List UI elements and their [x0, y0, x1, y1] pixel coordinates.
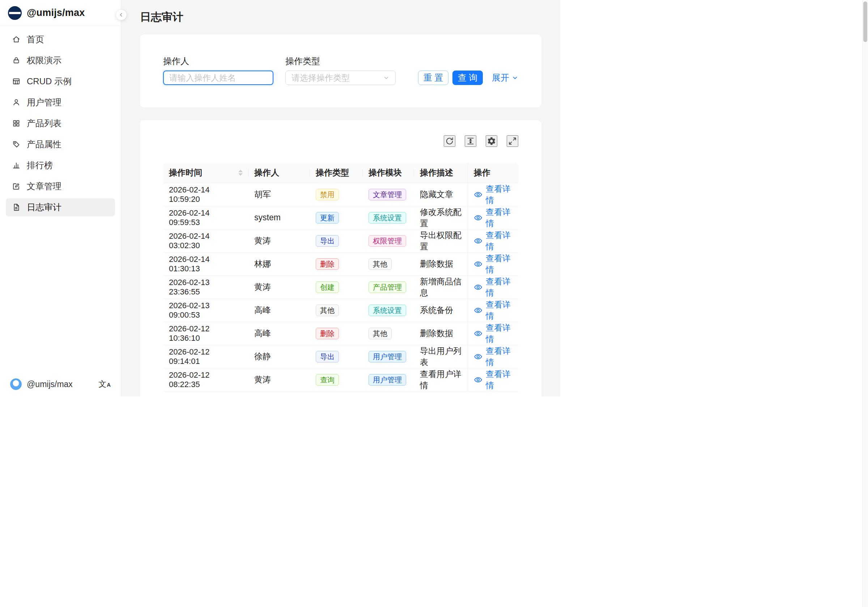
operator-input[interactable]: [163, 71, 273, 85]
sidebar-collapse-button[interactable]: [116, 9, 127, 20]
cell-desc: 查看用户详情: [414, 368, 468, 391]
eye-icon: [474, 306, 482, 315]
page-scrollbar[interactable]: [862, 0, 868, 607]
table-row: 2026-02-13 09:00:53高峰其他系统设置系统备份查看详情: [163, 299, 518, 322]
search-button[interactable]: 查 询: [453, 71, 483, 85]
reload-icon: [445, 137, 454, 146]
cell-desc: 删除数据: [414, 322, 468, 345]
view-detail-label: 查看详情: [486, 345, 513, 368]
cell-time: 2026-02-13 23:36:55: [163, 276, 248, 299]
sidebar-item-articles[interactable]: 文章管理: [6, 177, 115, 196]
sidebar-item-ranking[interactable]: 排行榜: [6, 156, 115, 174]
cell-time: 2026-02-12 08:22:35: [163, 368, 248, 391]
cell-module: 其他: [363, 253, 414, 276]
logo-row[interactable]: @umijs/max: [0, 0, 121, 26]
eye-icon: [474, 213, 482, 222]
view-detail-link[interactable]: 查看详情: [474, 299, 513, 321]
view-detail-link[interactable]: 查看详情: [474, 369, 513, 391]
cell-time: 2026-02-14 01:30:13: [163, 253, 248, 276]
sidebar-item-users[interactable]: 用户管理: [6, 93, 115, 112]
expand-toggle[interactable]: 展开: [492, 72, 518, 84]
type-field-label: 操作类型: [285, 55, 396, 67]
module-tag: 其他: [369, 328, 392, 339]
cell-time: 2026-02-13 09:00:53: [163, 299, 248, 322]
sidebar-item-products[interactable]: 产品列表: [6, 114, 115, 132]
view-detail-link[interactable]: 查看详情: [474, 322, 513, 345]
page-title: 日志审计: [140, 10, 560, 24]
cell-action: 查看详情: [468, 183, 518, 206]
view-detail-link[interactable]: 查看详情: [474, 345, 513, 368]
view-detail-label: 查看详情: [486, 369, 513, 391]
audit-log-table: 操作时间 操作人 操作类型 操作模块 操作描述 操作 2026-02-14 10…: [163, 163, 518, 391]
chevron-down-icon: [512, 75, 518, 81]
sidebar-menu: 首页权限演示CRUD 示例用户管理产品列表产品属性排行榜文章管理日志审计: [0, 26, 121, 216]
edit-icon: [12, 182, 21, 191]
operation-type-tag: 删除: [316, 328, 339, 339]
operation-type-tag: 导出: [316, 351, 339, 362]
sidebar-item-label: 日志审计: [27, 202, 62, 213]
bar-chart-icon: [12, 161, 21, 170]
column-header-time[interactable]: 操作时间: [163, 163, 248, 183]
view-detail-label: 查看详情: [486, 276, 513, 298]
sidebar-item-logs[interactable]: 日志审计: [6, 198, 115, 216]
eye-icon: [474, 237, 482, 245]
table-row: 2026-02-14 10:59:20胡军禁用文章管理隐藏文章查看详情: [163, 183, 518, 206]
cell-desc: 系统备份: [414, 299, 468, 322]
view-detail-link[interactable]: 查看详情: [474, 253, 513, 275]
sort-carets-icon[interactable]: [238, 170, 243, 176]
translate-icon[interactable]: 文A: [98, 380, 111, 388]
cell-time: 2026-02-12 09:14:01: [163, 345, 248, 368]
table-row: 2026-02-12 10:36:10高峰删除其他删除数据查看详情: [163, 322, 518, 345]
module-tag: 系统设置: [369, 304, 406, 316]
expand-label: 展开: [492, 72, 509, 84]
eye-icon: [474, 283, 482, 292]
settings-button[interactable]: [486, 135, 497, 147]
view-detail-link[interactable]: 查看详情: [474, 183, 513, 206]
eye-icon: [474, 329, 482, 338]
column-height-button[interactable]: [465, 135, 476, 147]
reset-button[interactable]: 重 置: [418, 71, 448, 85]
view-detail-label: 查看详情: [486, 322, 513, 345]
view-detail-label: 查看详情: [486, 183, 513, 206]
cell-time: 2026-02-14 03:02:30: [163, 229, 248, 253]
chevron-down-icon: [383, 75, 389, 81]
view-detail-link[interactable]: 查看详情: [474, 206, 513, 229]
operator-field-label: 操作人: [163, 55, 273, 67]
sidebar-item-crud[interactable]: CRUD 示例: [6, 72, 115, 90]
cell-module: 用户管理: [363, 345, 414, 368]
column-height-icon: [466, 137, 475, 146]
cell-action: 查看详情: [468, 345, 518, 368]
user-avatar[interactable]: [10, 378, 22, 390]
table-row: 2026-02-14 01:30:13林娜删除其他删除数据查看详情: [163, 253, 518, 276]
reload-button[interactable]: [444, 135, 455, 147]
cell-type: 其他: [310, 299, 363, 322]
sidebar-item-label: 首页: [27, 34, 44, 45]
sidebar-item-attributes[interactable]: 产品属性: [6, 135, 115, 154]
cell-desc: 新增商品信息: [414, 276, 468, 299]
sidebar-item-label: 产品列表: [27, 118, 62, 129]
table-row: 2026-02-12 09:14:01徐静导出用户管理导出用户列表查看详情: [163, 345, 518, 368]
module-tag: 其他: [369, 258, 392, 270]
sidebar-item-access[interactable]: 权限演示: [6, 51, 115, 70]
settings-icon: [487, 137, 496, 146]
file-icon: [12, 203, 21, 212]
view-detail-link[interactable]: 查看详情: [474, 276, 513, 298]
main-content: 日志审计 操作人 操作类型 请选择操作类型 重 置 查 询 展开: [121, 0, 560, 396]
cell-desc: 删除数据: [414, 253, 468, 276]
type-select[interactable]: 请选择操作类型: [285, 71, 396, 85]
sidebar-item-label: 产品属性: [27, 138, 62, 150]
sidebar-item-home[interactable]: 首页: [6, 30, 115, 48]
table-row: 2026-02-12 08:22:35黄涛查询用户管理查看用户详情查看详情: [163, 368, 518, 391]
view-detail-link[interactable]: 查看详情: [474, 230, 513, 252]
sidebar-footer: @umijs/max 文A: [0, 373, 121, 396]
module-tag: 用户管理: [369, 351, 406, 362]
module-tag: 权限管理: [369, 235, 406, 247]
appstore-icon: [12, 119, 21, 128]
fullscreen-button[interactable]: [507, 135, 518, 147]
table-row: 2026-02-14 09:59:53system更新系统设置修改系统配置查看详…: [163, 206, 518, 229]
cell-module: 用户管理: [363, 368, 414, 391]
sidebar-item-label: 用户管理: [27, 96, 62, 108]
module-tag: 文章管理: [369, 189, 406, 200]
user-icon: [12, 98, 21, 107]
scrollbar-thumb[interactable]: [863, 2, 867, 42]
